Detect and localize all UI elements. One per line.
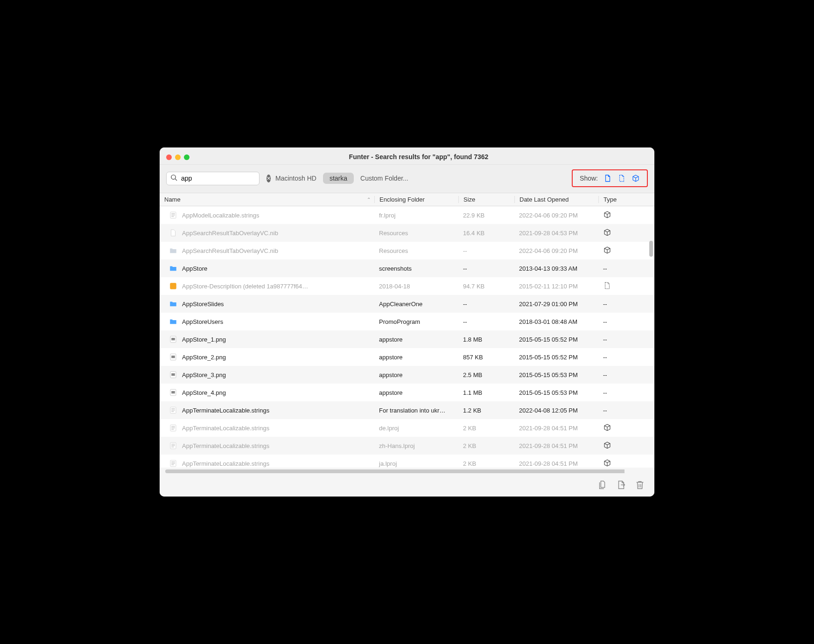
sort-asc-icon: ⌃ [367, 197, 371, 202]
file-type: -- [598, 354, 626, 361]
file-name: AppStore_3.png [182, 371, 226, 378]
toolbar: ✕ Macintosh HDstarkaCustom Folder... Sho… [160, 165, 654, 193]
file-type [598, 423, 626, 433]
enclosing-folder: appstore [374, 354, 458, 361]
enclosing-folder: appstore [374, 389, 458, 396]
location-tab[interactable]: Custom Folder... [354, 173, 415, 184]
file-size: 16.4 KB [458, 230, 514, 237]
table-row[interactable]: AppTerminateLocalizable.stringsde.lproj2… [160, 419, 654, 437]
file-name: AppTerminateLocalizable.strings [182, 442, 269, 449]
copy-path-button[interactable] [597, 480, 608, 490]
enclosing-folder: AppCleanerOne [374, 301, 458, 308]
reveal-in-finder-button[interactable] [616, 480, 626, 490]
svg-rect-26 [171, 447, 174, 447]
file-size: 22.9 KB [458, 212, 514, 219]
enclosing-folder: Resources [374, 230, 458, 237]
svg-rect-21 [171, 427, 175, 428]
svg-rect-18 [171, 411, 174, 412]
date-last-opened: 2015-05-15 05:52 PM [514, 354, 598, 361]
show-hidden-toggle[interactable] [618, 174, 626, 182]
svg-rect-17 [171, 410, 175, 410]
svg-rect-20 [171, 426, 175, 427]
horizontal-scrollbar[interactable] [165, 469, 649, 473]
close-window-button[interactable] [166, 154, 172, 160]
location-tabs: Macintosh HDstarkaCustom Folder... [269, 173, 415, 184]
file-type: -- [598, 265, 626, 272]
file-type [598, 210, 626, 220]
table-row[interactable]: AppTerminateLocalizable.stringsFor trans… [160, 401, 654, 419]
date-last-opened: 2021-09-28 04:53 PM [514, 230, 598, 237]
file-name: AppStoreUsers [182, 318, 223, 325]
show-packages-toggle[interactable] [632, 174, 640, 182]
window-title: Funter - Search results for "app", found… [166, 153, 648, 161]
svg-line-1 [175, 179, 177, 181]
show-files-toggle[interactable] [603, 174, 612, 182]
file-name: AppStore_2.png [182, 354, 226, 361]
trash-button[interactable] [635, 480, 645, 490]
file-size: -- [458, 301, 514, 308]
file-name: AppTerminateLocalizable.strings [182, 460, 269, 467]
date-last-opened: 2015-05-15 05:53 PM [514, 389, 598, 396]
show-filters-group: Show: [572, 169, 648, 187]
strings-icon [169, 406, 177, 414]
table-row[interactable]: AppStore_1.pngappstore1.8 MB2015-05-15 0… [160, 330, 654, 348]
table-row[interactable]: AppModelLocalizable.stringsfr.lproj22.9 … [160, 206, 654, 224]
svg-rect-16 [171, 408, 175, 409]
footer-toolbar [160, 473, 654, 497]
location-tab[interactable]: starka [323, 173, 354, 184]
enclosing-folder: appstore [374, 371, 458, 378]
table-row[interactable]: AppStore-DescripItion (deleted 1a987777f… [160, 277, 654, 295]
table-row[interactable]: AppStore_2.pngappstore857 KB2015-05-15 0… [160, 348, 654, 366]
file-type: -- [598, 407, 626, 414]
app-window: Funter - Search results for "app", found… [160, 147, 654, 497]
file-name: AppSearchResultTabOverlayVC.nib [182, 230, 278, 237]
table-row[interactable]: AppStoreSlidesAppCleanerOne--2021-07-29 … [160, 295, 654, 313]
header-size[interactable]: Size [458, 196, 514, 203]
header-folder[interactable]: Enclosing Folder [374, 196, 458, 203]
table-row[interactable]: AppSearchResultTabOverlayVC.nibResources… [160, 224, 654, 242]
results-list: AppModelLocalizable.stringsfr.lproj22.9 … [160, 206, 654, 468]
location-tab[interactable]: Macintosh HD [269, 173, 323, 184]
date-last-opened: 2018-03-01 08:48 AM [514, 318, 598, 325]
header-name[interactable]: Name⌃ [160, 196, 374, 203]
header-date[interactable]: Date Last Opened [514, 196, 598, 203]
table-row[interactable]: AppSearchResultTabOverlayVC.nibResources… [160, 242, 654, 259]
search-input[interactable] [180, 174, 264, 182]
search-field[interactable]: ✕ [166, 172, 260, 185]
header-type[interactable]: Type [598, 196, 626, 203]
table-row[interactable]: AppTerminateLocalizable.stringszh-Hans.l… [160, 437, 654, 455]
date-last-opened: 2022-04-08 12:05 PM [514, 407, 598, 414]
file-type: -- [598, 318, 626, 325]
enclosing-folder: PromoProgram [374, 318, 458, 325]
svg-rect-30 [171, 464, 174, 465]
minimize-window-button[interactable] [175, 154, 181, 160]
file-name: AppTerminateLocalizable.strings [182, 425, 269, 432]
file-type [598, 459, 626, 468]
file-type: -- [598, 301, 626, 308]
orange-icon [169, 282, 177, 290]
svg-rect-10 [171, 356, 175, 358]
enclosing-folder: For translation into ukr… [374, 407, 458, 414]
vertical-scrollbar-thumb[interactable] [649, 241, 653, 257]
table-row[interactable]: AppStore_4.pngappstore1.1 MB2015-05-15 0… [160, 384, 654, 401]
file-size: -- [458, 318, 514, 325]
file-name: AppStore [182, 265, 207, 272]
table-row[interactable]: AppStoreUsersPromoProgram--2018-03-01 08… [160, 313, 654, 330]
file-type: -- [598, 371, 626, 378]
file-name: AppStore_4.png [182, 389, 226, 396]
table-row[interactable]: AppTerminateLocalizable.stringsja.lproj2… [160, 455, 654, 468]
enclosing-folder: de.lproj [374, 425, 458, 432]
enclosing-folder: zh-Hans.lproj [374, 442, 458, 449]
file-type: -- [598, 336, 626, 343]
file-name: AppStoreSlides [182, 301, 224, 308]
file-size: 2.5 MB [458, 371, 514, 378]
date-last-opened: 2015-02-11 12:10 PM [514, 283, 598, 290]
date-last-opened: 2015-05-15 05:52 PM [514, 336, 598, 343]
svg-rect-6 [170, 283, 176, 289]
table-row[interactable]: AppStorescreenshots--2013-04-13 09:33 AM… [160, 259, 654, 277]
table-row[interactable]: AppStore_3.pngappstore2.5 MB2015-05-15 0… [160, 366, 654, 384]
maximize-window-button[interactable] [184, 154, 189, 160]
file-type [598, 228, 626, 238]
strings-icon [169, 211, 177, 219]
file-size: 94.7 KB [458, 283, 514, 290]
